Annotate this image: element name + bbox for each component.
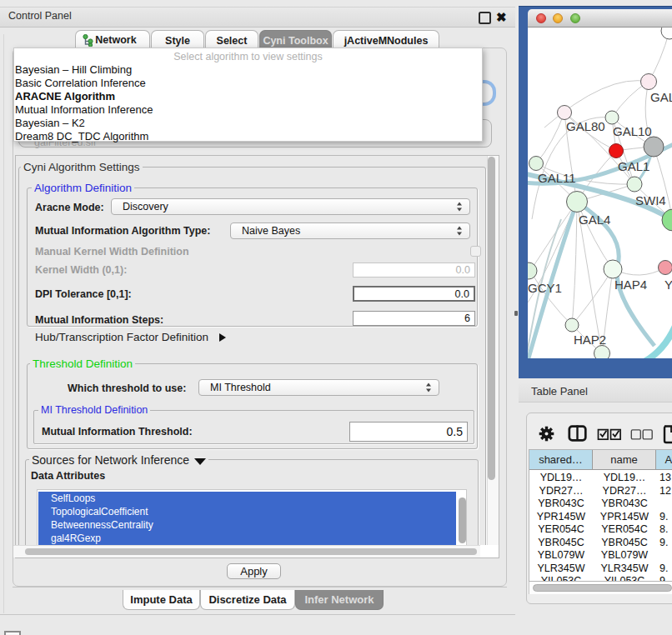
svg-text:GAL1: GAL1: [618, 159, 649, 173]
svg-text:GAL10: GAL10: [613, 124, 652, 138]
svg-text:GCY1: GCY1: [528, 281, 562, 295]
svg-text:GAL80: GAL80: [650, 90, 672, 104]
svg-text:HAP4: HAP4: [614, 278, 647, 292]
svg-text:SWI4: SWI4: [635, 193, 666, 208]
svg-text:GAL80: GAL80: [566, 119, 605, 133]
svg-text:GAL4: GAL4: [579, 212, 610, 227]
svg-text:GAL11: GAL11: [538, 171, 576, 185]
svg-text:Y: Y: [664, 278, 672, 292]
svg-text:HAP2: HAP2: [574, 332, 606, 347]
